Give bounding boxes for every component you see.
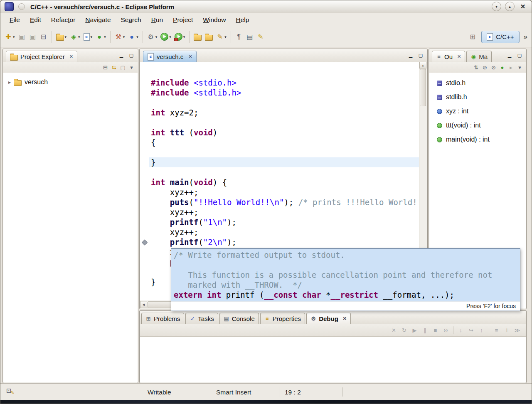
close-icon[interactable]: ✕: [69, 54, 73, 59]
tab-debug[interactable]: ⚙Debug✕: [306, 313, 351, 324]
open-element-button[interactable]: [192, 32, 203, 42]
view-menu-button[interactable]: ▾: [128, 64, 135, 71]
tab-ou[interactable]: ≡Ou✕: [432, 51, 465, 62]
save-button[interactable]: ▣: [17, 32, 27, 42]
use-step-filters-button[interactable]: ≫: [512, 326, 522, 335]
menu-file[interactable]: File: [5, 14, 25, 26]
outline-item[interactable]: stdlib.h: [429, 90, 526, 104]
dropdown-arrow-icon[interactable]: ▾: [183, 35, 185, 39]
disconnect-button[interactable]: ⊘: [441, 326, 451, 335]
outline-item[interactable]: xyz : int: [429, 104, 526, 118]
tab-versuch-c[interactable]: versuch.c ✕: [143, 51, 197, 62]
dropdown-arrow-icon[interactable]: ▾: [91, 35, 93, 39]
marker-icon[interactable]: [142, 240, 148, 245]
minimize-button[interactable]: ▁: [507, 52, 512, 58]
suspend-button[interactable]: ∥: [420, 326, 430, 335]
maximize-button[interactable]: ▢: [517, 52, 522, 58]
scroll-left-icon[interactable]: [140, 301, 147, 308]
scroll-up-icon[interactable]: [419, 62, 426, 69]
maximize-button[interactable]: ▢: [418, 52, 424, 58]
dropdown-arrow-icon[interactable]: ▾: [224, 35, 227, 39]
editor-gutter[interactable]: [140, 62, 149, 301]
hide-non-public-members-button[interactable]: ●: [498, 64, 506, 71]
menu-navigate[interactable]: Navigate: [80, 14, 116, 26]
tree-item-versuch[interactable]: ▸ versuch: [8, 78, 138, 86]
tab-tasks[interactable]: ✓Tasks: [185, 313, 218, 324]
collapse-all-button[interactable]: ⊟: [101, 64, 109, 71]
hide-static-members-button[interactable]: ⊘: [490, 64, 498, 71]
hide-fields-button[interactable]: ⊘: [481, 64, 489, 71]
filter-button[interactable]: ▢: [119, 64, 127, 71]
tab-project-explorer[interactable]: Project Explorer ✕: [6, 51, 77, 62]
new-c-project-button[interactable]: ▾: [55, 32, 68, 42]
close-icon[interactable]: ✕: [457, 54, 461, 59]
open-resource-button[interactable]: [204, 32, 214, 42]
menu-edit[interactable]: Edit: [25, 14, 46, 26]
dropdown-arrow-icon[interactable]: ▾: [65, 35, 67, 39]
dropdown-arrow-icon[interactable]: ▾: [78, 35, 80, 39]
search-button[interactable]: ✎▾: [215, 32, 228, 42]
build-configuration-button[interactable]: ●▾: [94, 32, 107, 42]
dropdown-arrow-icon[interactable]: ▾: [123, 35, 125, 39]
step-into-button[interactable]: ↓: [456, 326, 466, 335]
dropdown-arrow-icon[interactable]: ▾: [155, 35, 158, 39]
dropdown-arrow-icon[interactable]: ▾: [104, 35, 106, 39]
perspective-overflow-button[interactable]: »: [523, 33, 528, 41]
print-button[interactable]: ⊟: [39, 32, 49, 42]
menu-search[interactable]: Search: [116, 14, 146, 26]
tab-properties[interactable]: ≡Properties: [260, 313, 305, 324]
drop-to-frame-button[interactable]: ≡: [491, 326, 502, 335]
close-window-button[interactable]: ✕: [518, 2, 527, 11]
step-over-button[interactable]: ↪: [466, 326, 476, 335]
tab-console[interactable]: ▤Console: [219, 313, 259, 324]
restart-button[interactable]: ↻: [399, 326, 409, 335]
mark-occurrences-button[interactable]: ✎: [256, 32, 266, 42]
save-all-button[interactable]: ▣: [28, 32, 38, 42]
minimize-button[interactable]: ▁: [408, 52, 414, 58]
resume-button[interactable]: ▶: [409, 326, 420, 335]
menu-refactor[interactable]: Refactor: [46, 14, 81, 26]
open-perspective-button[interactable]: ⊞: [468, 32, 478, 42]
tab-ma[interactable]: ◉Ma: [466, 51, 492, 62]
remove-all-terminated-button[interactable]: ✕: [389, 326, 399, 335]
build-button[interactable]: ⚒▾: [113, 32, 126, 42]
menu-project[interactable]: Project: [168, 14, 198, 26]
dropdown-arrow-icon[interactable]: ▾: [136, 35, 138, 39]
menu-window[interactable]: Window: [198, 14, 231, 26]
outline-item[interactable]: main(void) : int: [429, 132, 526, 147]
build-all-button[interactable]: ●▾: [127, 32, 140, 42]
show-whitespace-button[interactable]: ¶: [234, 32, 244, 42]
shade-button[interactable]: ▾: [492, 2, 501, 11]
outline-item[interactable]: ttt(void) : int: [429, 118, 526, 132]
new-c-source-file-button[interactable]: ▾: [82, 32, 94, 42]
terminate-button[interactable]: ■: [430, 326, 441, 335]
expander-icon[interactable]: ▸: [8, 79, 11, 85]
editor-presentation-button[interactable]: ▤: [245, 32, 255, 42]
maximize-button[interactable]: ▢: [128, 52, 134, 58]
run-button[interactable]: ▾: [159, 32, 172, 42]
debug-button[interactable]: ⚙▾: [146, 32, 159, 42]
close-icon[interactable]: ✕: [188, 54, 192, 59]
external-tools-button[interactable]: ▾: [173, 32, 187, 42]
scrollbar-thumb[interactable]: [420, 69, 426, 106]
window-menu-icon[interactable]: [18, 3, 25, 10]
perspective-cpp-button[interactable]: C/C++: [481, 31, 519, 43]
menu-run[interactable]: Run: [146, 14, 168, 26]
trim-restore-icon[interactable]: [6, 387, 16, 397]
outline-item[interactable]: stdio.h: [429, 76, 526, 90]
view-menu-button[interactable]: ▾: [516, 64, 524, 71]
dropdown-arrow-icon[interactable]: ▾: [169, 35, 171, 39]
link-with-editor-button[interactable]: ⇆: [110, 64, 118, 71]
step-return-button[interactable]: ↑: [476, 326, 487, 335]
tab-problems[interactable]: ⊞Problems: [141, 313, 184, 324]
minimize-button[interactable]: ▁: [118, 52, 124, 58]
dropdown-arrow-icon[interactable]: ▾: [13, 35, 15, 39]
sort-button[interactable]: ⇅: [472, 64, 480, 71]
menu-help[interactable]: Help: [231, 14, 254, 26]
new-wizard-button[interactable]: ✚▾: [3, 32, 16, 42]
custom-filters-button[interactable]: ▸: [507, 64, 515, 71]
instruction-stepping-button[interactable]: i: [502, 326, 512, 335]
unshade-button[interactable]: ▴: [505, 2, 515, 11]
close-icon[interactable]: ✕: [343, 316, 347, 321]
new-cpp-class-button[interactable]: ◈▾: [69, 32, 81, 42]
